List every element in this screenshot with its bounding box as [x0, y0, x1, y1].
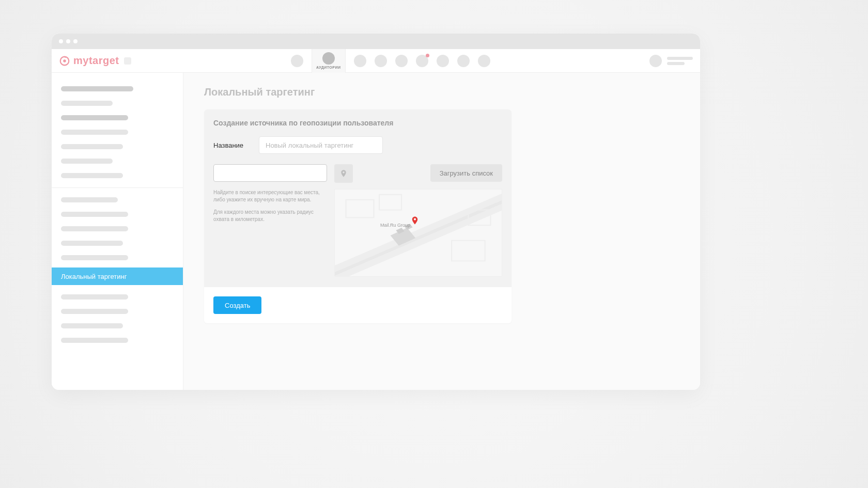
nav-item-4[interactable]	[375, 55, 387, 67]
sidebar-item[interactable]	[61, 115, 128, 120]
sidebar-item[interactable]	[61, 226, 128, 231]
user-menu[interactable]	[649, 55, 693, 67]
nav-item-1[interactable]	[291, 55, 303, 67]
main-content: Локальный таргетинг Создание источника п…	[183, 73, 700, 390]
upload-list-button[interactable]: Загрузить список	[430, 164, 502, 182]
brand-logo[interactable]: mytarget	[59, 55, 131, 67]
window-max-dot[interactable]	[73, 39, 78, 43]
nav-item-9[interactable]	[478, 55, 490, 67]
sidebar-item[interactable]	[61, 159, 113, 164]
window-close-dot[interactable]	[59, 39, 63, 43]
nav-item-6[interactable]	[416, 55, 428, 67]
sidebar-item[interactable]	[61, 144, 123, 149]
name-input[interactable]	[259, 136, 383, 154]
nav-item-audiences[interactable]: АУДИТОРИИ	[312, 49, 346, 73]
map-pin-button[interactable]	[334, 164, 353, 183]
map-preview[interactable]: Mail.Ru Group	[334, 189, 502, 277]
browser-window: mytarget АУДИТОРИИ	[52, 34, 700, 390]
map-bg	[335, 190, 502, 276]
sidebar-item[interactable]	[61, 323, 123, 328]
browser-chrome	[52, 34, 700, 49]
top-nav: mytarget АУДИТОРИИ	[52, 49, 700, 73]
sidebar-item[interactable]	[61, 309, 128, 314]
brand-badge	[124, 57, 131, 65]
nav-item-3[interactable]	[354, 55, 366, 67]
brand-name: mytarget	[73, 55, 119, 67]
svg-point-1	[63, 59, 66, 62]
sidebar: Локальный таргетинг	[52, 73, 183, 390]
help-text: Найдите в поиске интересующие вас места,…	[213, 189, 327, 277]
sidebar-item[interactable]	[61, 130, 128, 135]
target-icon	[59, 55, 70, 67]
sidebar-item[interactable]	[61, 338, 128, 343]
pin-icon	[339, 168, 348, 179]
nav-item-7[interactable]	[437, 55, 449, 67]
nav-item-5[interactable]	[395, 55, 408, 67]
page-title: Локальный таргетинг	[204, 86, 679, 98]
user-name-placeholder	[667, 57, 693, 60]
name-label: Название	[213, 141, 244, 149]
geo-search-input[interactable]	[213, 164, 327, 182]
create-panel: Создание источника по геопозиции пользов…	[204, 109, 512, 323]
sidebar-item[interactable]	[61, 294, 128, 300]
sidebar-item[interactable]	[61, 101, 113, 106]
sidebar-item[interactable]	[61, 86, 133, 91]
user-sub-placeholder	[667, 62, 685, 65]
map-poi-label: Mail.Ru Group	[380, 223, 410, 228]
sidebar-item[interactable]	[61, 197, 118, 202]
map-pin-icon	[410, 214, 420, 229]
panel-subtitle: Создание источника по геопозиции пользов…	[213, 119, 502, 127]
nav-item-8[interactable]	[457, 55, 470, 67]
sidebar-active-label: Локальный таргетинг	[61, 273, 127, 280]
avatar	[649, 55, 662, 67]
sidebar-item[interactable]	[61, 173, 123, 178]
sidebar-item[interactable]	[61, 212, 128, 217]
sidebar-item-local-targeting[interactable]: Локальный таргетинг	[52, 267, 183, 285]
nav-active-label: АУДИТОРИИ	[316, 66, 341, 69]
window-min-dot[interactable]	[66, 39, 70, 43]
sidebar-item[interactable]	[61, 241, 123, 246]
sidebar-item[interactable]	[61, 255, 128, 260]
create-button[interactable]: Создать	[213, 296, 261, 314]
